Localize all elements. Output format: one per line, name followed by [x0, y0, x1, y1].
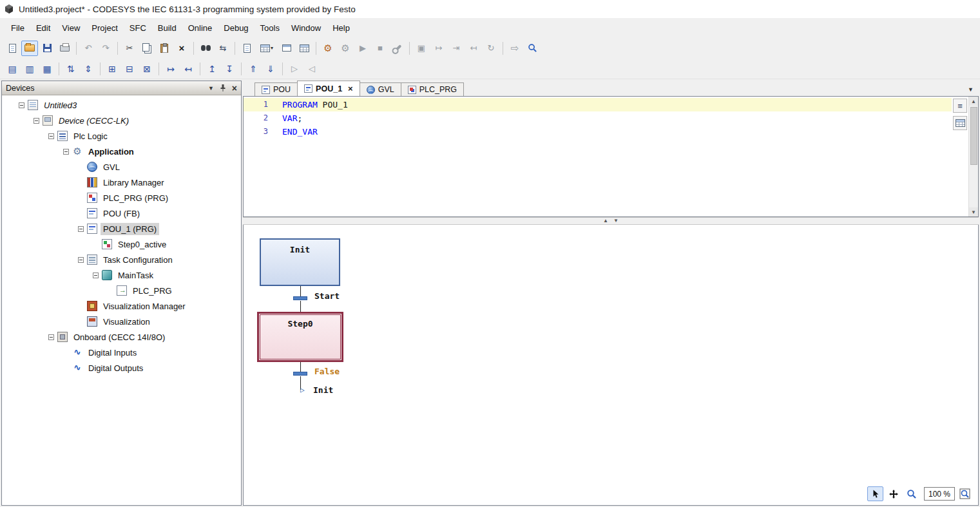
- tree-item-visualization[interactable]: Visualization: [2, 314, 241, 329]
- undo-button[interactable]: ↶: [80, 41, 97, 56]
- menu-tools[interactable]: Tools: [255, 20, 285, 36]
- menu-debug[interactable]: Debug: [218, 20, 254, 36]
- tree-item-visualization-manager[interactable]: Visualization Manager: [2, 298, 241, 314]
- navigate-forward-button[interactable]: ⇨: [506, 41, 523, 56]
- menu-file[interactable]: File: [5, 20, 30, 36]
- sfc-insert-step-transition-before-button[interactable]: ▤: [4, 61, 21, 77]
- print-button[interactable]: [56, 41, 73, 56]
- tree-item-application[interactable]: ⚙ Application: [2, 144, 241, 159]
- close-panel-icon[interactable]: ×: [232, 84, 237, 93]
- sfc-insert-macro-button[interactable]: ⊟: [121, 61, 138, 77]
- sfc-insert-action-button[interactable]: ⇕: [80, 61, 97, 77]
- zoom-level-field[interactable]: 100 %: [924, 487, 955, 501]
- redo-button[interactable]: ↷: [97, 41, 114, 56]
- code-line[interactable]: 1 PROGRAM POU_1: [244, 98, 952, 111]
- new-file-button[interactable]: [4, 41, 21, 56]
- tree-item-pou[interactable]: POU (FB): [2, 206, 241, 221]
- collapse-icon[interactable]: [34, 118, 39, 124]
- search-button[interactable]: [524, 41, 541, 56]
- login-button[interactable]: ⚙: [320, 41, 336, 56]
- insert-table-button[interactable]: ▾: [256, 41, 278, 56]
- breakpoint-button[interactable]: ▣: [413, 41, 430, 56]
- code-line[interactable]: 3 END_VAR: [244, 125, 952, 139]
- close-tab-icon[interactable]: ×: [348, 84, 353, 93]
- find-button[interactable]: [197, 41, 214, 56]
- step-over-button[interactable]: ⇥: [448, 41, 465, 56]
- collapse-icon[interactable]: [19, 102, 24, 108]
- select-tool-button[interactable]: [867, 486, 883, 501]
- menu-help[interactable]: Help: [327, 20, 356, 36]
- tree-item-plc-prg[interactable]: PLC_PRG (PRG): [2, 190, 241, 206]
- menu-project[interactable]: Project: [86, 20, 123, 36]
- pin-icon[interactable]: [220, 84, 226, 92]
- sfc-align-up-button[interactable]: ⇑: [245, 61, 262, 77]
- collapse-icon[interactable]: [78, 257, 84, 263]
- sfc-transition-start[interactable]: [293, 296, 307, 300]
- sfc-active-step[interactable]: Step0: [257, 312, 343, 362]
- paste-special-button[interactable]: [238, 41, 255, 56]
- tree-item-project[interactable]: Untitled3: [2, 97, 241, 113]
- code-text-area[interactable]: 1 PROGRAM POU_1 2 VAR; 3 END_VAR: [244, 97, 952, 216]
- collapse-icon[interactable]: [48, 334, 54, 340]
- textual-view-button[interactable]: ≡: [953, 99, 967, 113]
- sfc-jump-target-label[interactable]: Init: [313, 385, 333, 395]
- sfc-move-down-button[interactable]: ↧: [221, 61, 238, 77]
- tree-item-plc-logic[interactable]: Plc Logic: [2, 128, 241, 144]
- tab-gvl[interactable]: GVL: [360, 82, 401, 96]
- new-frame-button[interactable]: [278, 41, 295, 56]
- force-values-button[interactable]: [389, 41, 406, 56]
- editor-splitter[interactable]: ▲ ▼: [243, 217, 979, 225]
- tree-item-task-configuration[interactable]: Task Configuration: [2, 252, 241, 267]
- code-line[interactable]: 2 VAR;: [244, 111, 952, 125]
- menu-online[interactable]: Online: [182, 20, 218, 36]
- sfc-align-down-button[interactable]: ⇓: [262, 61, 279, 77]
- devices-dropdown-icon[interactable]: ▼: [208, 85, 214, 91]
- sfc-insert-jump-button[interactable]: ⊞: [104, 61, 120, 77]
- declaration-editor[interactable]: 1 PROGRAM POU_1 2 VAR; 3 END_VAR ≡ ▲: [243, 96, 979, 217]
- scrollbar-thumb[interactable]: [970, 107, 977, 165]
- start-button[interactable]: ▶: [354, 41, 371, 56]
- navigate-forward-sfc-button[interactable]: ▷: [286, 61, 303, 77]
- delete-button[interactable]: ×: [173, 41, 190, 56]
- step-into-button[interactable]: ↦: [430, 41, 447, 56]
- pan-tool-button[interactable]: [885, 486, 901, 501]
- step-out-button[interactable]: ↤: [465, 41, 482, 56]
- sfc-initial-step[interactable]: Init: [260, 238, 340, 286]
- tree-item-pou-1[interactable]: POU_1 (PRG): [2, 221, 241, 236]
- sfc-zoom-into-macro-button[interactable]: ⊠: [139, 61, 155, 77]
- sfc-move-up-button[interactable]: ↥: [204, 61, 220, 77]
- menu-sfc[interactable]: SFC: [124, 20, 152, 36]
- insert-grid-button[interactable]: [296, 41, 312, 56]
- sfc-editor[interactable]: Init Start Step0 False ▷ Init: [243, 225, 979, 506]
- sfc-insert-step-transition-after-button[interactable]: ▥: [21, 61, 38, 77]
- sfc-insert-exit-action-button[interactable]: ↤: [180, 61, 197, 77]
- stop-button[interactable]: ■: [372, 41, 389, 56]
- tree-item-library-manager[interactable]: Library Manager: [2, 175, 241, 190]
- tree-item-onboard[interactable]: Onboard (CECC 14I/8O): [2, 329, 241, 345]
- menu-window[interactable]: Window: [285, 20, 327, 36]
- tree-item-digital-outputs[interactable]: ∿ Digital Outputs: [2, 360, 241, 376]
- tab-plc-prg[interactable]: PLC_PRG: [401, 82, 464, 96]
- open-file-button[interactable]: [21, 41, 38, 56]
- splitter-up-icon[interactable]: ▲: [603, 218, 608, 224]
- menu-view[interactable]: View: [56, 20, 86, 36]
- tab-pou[interactable]: POU: [255, 82, 298, 96]
- navigate-back-sfc-button[interactable]: ◁: [303, 61, 320, 77]
- tree-item-gvl[interactable]: GVL: [2, 159, 241, 175]
- zoom-fit-button[interactable]: [957, 486, 973, 501]
- sfc-insert-entry-action-button[interactable]: ↦: [162, 61, 179, 77]
- menu-build[interactable]: Build: [152, 20, 182, 36]
- tree-item-step0-active[interactable]: Step0_active: [2, 236, 241, 252]
- sfc-insert-branch-right-button[interactable]: ⇅: [62, 61, 79, 77]
- collapse-icon[interactable]: [48, 133, 54, 139]
- menu-edit[interactable]: Edit: [30, 20, 56, 36]
- sync-button[interactable]: ⚙: [337, 41, 354, 56]
- replace-button[interactable]: ⇆: [215, 41, 231, 56]
- tabular-view-button[interactable]: [953, 116, 967, 130]
- transition-label-false[interactable]: False: [314, 367, 340, 376]
- tree-item-device[interactable]: Device (CECC-LK): [2, 113, 241, 128]
- collapse-icon[interactable]: [93, 273, 99, 278]
- vertical-scrollbar[interactable]: ▲ ▼: [968, 97, 978, 216]
- collapse-icon[interactable]: [78, 226, 84, 232]
- scroll-up-icon[interactable]: ▲: [969, 97, 978, 106]
